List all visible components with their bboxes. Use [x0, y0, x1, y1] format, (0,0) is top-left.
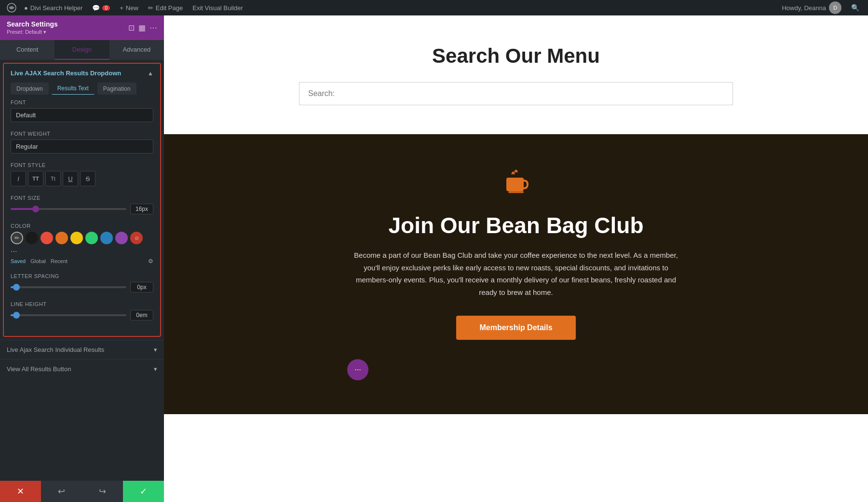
- plus-icon: +: [120, 4, 123, 12]
- membership-details-button[interactable]: Membership Details: [456, 316, 575, 340]
- font-weight-select[interactable]: Regular: [11, 139, 153, 153]
- coffee-cup-icon: [347, 168, 685, 203]
- new-menu[interactable]: + New: [115, 0, 143, 15]
- search-section-title: Search Our Menu: [432, 44, 600, 68]
- layout-icon[interactable]: ▦: [138, 23, 146, 32]
- font-weight-field: Font Weight Regular: [11, 131, 153, 153]
- font-size-slider[interactable]: [11, 208, 126, 210]
- panel-title: Search Settings: [7, 20, 58, 28]
- strikethrough-button[interactable]: S: [80, 171, 95, 186]
- section-title-ajax: Live AJAX Search Results Dropdown: [11, 70, 121, 77]
- color-swatches: ✏ ⊘: [11, 232, 153, 244]
- font-style-field: Font Style I TT Tt U S: [11, 162, 153, 186]
- avatar: D: [829, 1, 841, 14]
- font-select[interactable]: Default: [11, 108, 153, 122]
- font-size-field: Font Size 16px: [11, 195, 153, 214]
- font-label: Font: [11, 99, 153, 105]
- color-swatch-blue[interactable]: [100, 232, 113, 244]
- color-picker-icon[interactable]: ✏: [11, 232, 23, 244]
- subtab-pagination[interactable]: Pagination: [97, 83, 136, 95]
- font-size-label: Font Size: [11, 195, 153, 201]
- page-preview: Search Our Menu Join Our Bean Bag Club: [164, 15, 868, 502]
- svg-rect-2: [508, 191, 524, 193]
- line-height-field: Line Height 0em: [11, 301, 153, 321]
- font-field: Font Default: [11, 99, 153, 122]
- line-height-input[interactable]: 0em: [130, 310, 153, 321]
- search-input[interactable]: [299, 82, 733, 105]
- letter-spacing-slider[interactable]: [11, 286, 126, 288]
- more-colors-icon[interactable]: ···: [11, 247, 17, 256]
- subtab-dropdown[interactable]: Dropdown: [11, 83, 49, 95]
- responsive-icon[interactable]: ⊡: [128, 23, 135, 32]
- color-tab-global[interactable]: Global: [30, 258, 46, 264]
- wp-logo-icon[interactable]: [4, 0, 19, 15]
- divi-search-helper-menu[interactable]: ● Divi Search Helper: [19, 0, 87, 15]
- color-tab-saved[interactable]: Saved: [11, 258, 26, 264]
- letter-spacing-label: Letter Spacing: [11, 273, 153, 279]
- svg-rect-1: [506, 178, 524, 191]
- section-collapse-icon: ▲: [148, 70, 153, 77]
- exit-visual-builder-button[interactable]: Exit Visual Builder: [188, 0, 248, 15]
- panel-tabs: Content Design Advanced: [0, 40, 164, 60]
- color-tab-recent[interactable]: Recent: [51, 258, 68, 264]
- color-field: Color ✏ ⊘ ···: [11, 223, 153, 265]
- settings-fields: Font Default Font Weight Regular: [4, 99, 160, 336]
- underline-button[interactable]: U: [63, 171, 78, 186]
- club-content: Join Our Bean Bag Club Become a part of …: [347, 168, 685, 380]
- color-swatch-red[interactable]: [41, 232, 53, 244]
- save-button[interactable]: ✓: [123, 481, 164, 502]
- edit-page-button[interactable]: ✏ Edit Page: [143, 0, 188, 15]
- live-ajax-results-section: Live AJAX Search Results Dropdown ▲ Drop…: [3, 63, 161, 337]
- tab-content[interactable]: Content: [0, 40, 54, 60]
- panel-header-icons: ⊡ ▦ ⋯: [128, 23, 157, 32]
- line-height-slider[interactable]: [11, 314, 126, 316]
- uppercase-button[interactable]: TT: [28, 171, 43, 186]
- floating-action-button[interactable]: ···: [347, 359, 368, 380]
- line-height-slider-row: 0em: [11, 310, 153, 321]
- search-section: Search Our Menu: [164, 15, 868, 134]
- color-swatch-purple[interactable]: [115, 232, 128, 244]
- font-weight-label: Font Weight: [11, 131, 153, 137]
- letter-spacing-input[interactable]: 0px: [130, 282, 153, 293]
- color-settings-icon[interactable]: ⚙: [148, 258, 153, 265]
- line-height-label: Line Height: [11, 301, 153, 307]
- view-all-results-section[interactable]: View All Results Button ▾: [0, 359, 164, 378]
- admin-bar: ● Divi Search Helper 💬 0 + New ✏ Edit Pa…: [0, 0, 868, 15]
- color-mode-tabs: Saved Global Recent ⚙: [11, 258, 153, 265]
- color-swatch-yellow[interactable]: [70, 232, 83, 244]
- color-swatch-eyedropper[interactable]: ⊘: [130, 232, 143, 244]
- cancel-button[interactable]: ✕: [0, 481, 41, 502]
- font-size-slider-row: 16px: [11, 204, 153, 214]
- view-all-results-chevron: ▾: [154, 365, 157, 373]
- section-header-ajax[interactable]: Live AJAX Search Results Dropdown ▲: [4, 64, 160, 81]
- club-description: Become a part of our Bean Bag Club and t…: [347, 249, 685, 298]
- capitalize-button[interactable]: Tt: [45, 171, 61, 186]
- comments-menu[interactable]: 💬 0: [87, 0, 115, 15]
- subtab-results-text[interactable]: Results Text: [52, 83, 95, 95]
- undo-button[interactable]: ↩: [41, 481, 82, 502]
- color-swatch-green[interactable]: [85, 232, 98, 244]
- admin-search-icon[interactable]: 🔍: [846, 4, 864, 12]
- user-menu[interactable]: Howdy, Deanna D: [777, 1, 846, 14]
- italic-button[interactable]: I: [11, 171, 26, 186]
- tab-design[interactable]: Design: [54, 40, 109, 60]
- font-style-label: Font Style: [11, 162, 153, 168]
- edit-icon: ✏: [148, 4, 153, 12]
- font-style-buttons: I TT Tt U S: [11, 171, 153, 186]
- club-section: Join Our Bean Bag Club Become a part of …: [164, 134, 868, 414]
- color-label: Color: [11, 223, 153, 229]
- individual-results-section[interactable]: Live Ajax Search Individual Results ▾: [0, 340, 164, 359]
- font-size-input[interactable]: 16px: [130, 204, 153, 214]
- color-swatch-black[interactable]: [26, 232, 38, 244]
- panel-footer: ✕ ↩ ↪ ✓: [0, 481, 164, 502]
- settings-panel: Search Settings Preset: Default ▾ ⊡ ▦ ⋯ …: [0, 15, 164, 502]
- letter-spacing-field: Letter Spacing 0px: [11, 273, 153, 293]
- color-swatch-orange[interactable]: [55, 232, 68, 244]
- more-options-icon[interactable]: ⋯: [149, 23, 157, 32]
- panel-settings-content: Live AJAX Search Results Dropdown ▲ Drop…: [0, 60, 164, 481]
- tab-advanced[interactable]: Advanced: [109, 40, 164, 60]
- letter-spacing-slider-row: 0px: [11, 282, 153, 293]
- redo-button[interactable]: ↪: [82, 481, 123, 502]
- panel-header: Search Settings Preset: Default ▾ ⊡ ▦ ⋯: [0, 15, 164, 40]
- preset-label[interactable]: Preset: Default ▾: [7, 29, 58, 35]
